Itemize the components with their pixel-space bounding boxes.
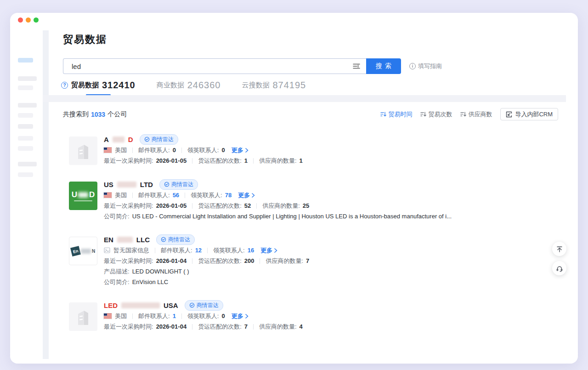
redacted-logo-text — [81, 249, 91, 254]
info-icon: i — [409, 63, 416, 69]
linkedin-contacts-count[interactable]: 16 — [248, 247, 254, 254]
close-window-button[interactable] — [18, 17, 23, 23]
search-input[interactable] — [63, 58, 366, 74]
more-link[interactable]: 更多 — [232, 312, 249, 320]
main-content: 贸易数据 搜索 i 填写指南 ? 贸易数据 31241 — [49, 13, 566, 364]
redacted-logo-text — [78, 192, 88, 198]
linkedin-contacts-count: 0 — [221, 147, 225, 154]
radar-icon — [161, 237, 166, 242]
supplier-count-label: 供应商的数量: — [259, 323, 297, 331]
sidebar-item[interactable] — [18, 103, 37, 108]
sidebar-item[interactable] — [18, 76, 37, 81]
more-link[interactable]: 更多 — [238, 191, 255, 199]
shipment-matches-value: 1 — [244, 157, 248, 164]
company-name[interactable]: EN — [104, 236, 113, 244]
customer-service-button[interactable] — [552, 261, 566, 275]
chevron-right-icon — [252, 193, 255, 198]
radar-badge[interactable]: 商情雷达 — [140, 134, 178, 145]
company-name[interactable]: A — [104, 136, 109, 143]
sidebar-item-active[interactable] — [18, 58, 33, 63]
back-to-top-button[interactable] — [552, 242, 566, 256]
company-intro-value: EnVision LLC — [132, 279, 169, 285]
tab-count: 874195 — [273, 80, 306, 91]
email-contacts-count[interactable]: 56 — [173, 192, 179, 199]
tab-cloud-search-data[interactable]: 云搜数据 874195 — [242, 80, 306, 93]
tab-count: 312410 — [102, 80, 136, 91]
last-purchase-label: 最近一次采购时间: — [104, 323, 153, 331]
logo-letter: U — [72, 190, 77, 199]
chevron-right-icon — [245, 314, 249, 319]
sort-supplier-count[interactable]: 供应商数 — [460, 110, 492, 119]
company-logo: En N — [69, 237, 97, 265]
linkedin-contacts-label: 领英联系人: — [187, 312, 219, 320]
data-tabs: ? 贸易数据 312410 商业数据 246360 云搜数据 874195 — [61, 80, 306, 93]
shipment-matches-label: 货运匹配的次数: — [198, 323, 242, 331]
headset-icon — [556, 265, 563, 272]
filter-icon[interactable] — [353, 63, 360, 69]
last-purchase-value: 2026-01-04 — [156, 323, 187, 330]
more-label: 更多 — [232, 146, 243, 154]
sort-trade-count[interactable]: 贸易次数 — [420, 110, 452, 119]
company-name[interactable]: LTD — [140, 181, 153, 188]
minimize-window-button[interactable] — [26, 17, 31, 23]
radar-badge-label: 商情雷达 — [152, 136, 174, 143]
summary-suffix: 个公司 — [107, 110, 127, 119]
company-row[interactable]: En N EN LLC 商 — [69, 235, 558, 286]
linkedin-contacts-count[interactable]: 78 — [225, 192, 232, 199]
company-row[interactable]: U D US LTD — [69, 180, 558, 220]
last-purchase-value: 2026-01-05 — [156, 157, 187, 164]
sidebar-item[interactable] — [18, 172, 33, 177]
company-name-highlight[interactable]: LED — [104, 302, 118, 309]
tab-trade-data[interactable]: ? 贸易数据 312410 — [61, 80, 136, 93]
company-row[interactable]: A D 商情雷达 美国 — [69, 135, 558, 165]
radar-badge[interactable]: 商情雷达 — [156, 234, 195, 245]
supplier-count-value: 1 — [300, 157, 303, 164]
sort-icon — [420, 111, 426, 117]
question-icon[interactable]: ? — [61, 82, 68, 89]
company-logo-placeholder — [69, 302, 97, 331]
search-button[interactable]: 搜索 — [366, 58, 401, 74]
tab-business-data[interactable]: 商业数据 246360 — [157, 80, 221, 93]
email-contacts-label: 邮件联系人: — [138, 191, 170, 199]
maximize-window-button[interactable] — [34, 17, 39, 23]
country-label: 美国 — [115, 312, 127, 320]
sidebar-item[interactable] — [18, 124, 33, 129]
company-row[interactable]: LED USA 商情雷达 美国 — [69, 301, 558, 331]
company-name-highlight[interactable]: D — [128, 136, 133, 143]
company-list: A D 商情雷达 美国 — [49, 120, 566, 331]
product-desc-label: 产品描述: — [104, 268, 130, 276]
fill-guide-link[interactable]: i 填写指南 — [409, 62, 442, 70]
radar-badge[interactable]: 商情雷达 — [159, 179, 198, 190]
email-contacts-label: 邮件联系人: — [138, 146, 170, 154]
fill-guide-label: 填写指南 — [418, 62, 442, 70]
linkedin-contacts-label: 领英联系人: — [191, 191, 222, 199]
email-contacts-count[interactable]: 1 — [173, 313, 176, 319]
more-link[interactable]: 更多 — [232, 146, 249, 154]
company-name[interactable]: LLC — [136, 236, 150, 244]
radar-icon — [144, 137, 150, 142]
shipment-matches-label: 货运匹配的次数: — [198, 202, 242, 210]
company-intro-label: 公司简介: — [104, 212, 130, 221]
sidebar-item[interactable] — [18, 146, 33, 151]
company-detail: LED USA 商情雷达 美国 — [104, 301, 303, 331]
radar-badge[interactable]: 商情雷达 — [185, 300, 223, 311]
email-contacts-count: 0 — [173, 147, 176, 154]
redacted-text — [121, 302, 160, 308]
email-contacts-count[interactable]: 12 — [195, 247, 202, 254]
sidebar-item[interactable] — [18, 113, 33, 118]
tab-label: 云搜数据 — [242, 81, 270, 90]
last-purchase-label: 最近一次采购时间: — [104, 202, 153, 210]
no-country-icon — [104, 247, 110, 253]
more-link[interactable]: 更多 — [260, 246, 277, 255]
company-name[interactable]: US — [104, 181, 113, 188]
email-contacts-label: 邮件联系人: — [138, 312, 170, 320]
supplier-count-label: 供应商的数量: — [259, 157, 297, 165]
sidebar-item[interactable] — [18, 136, 33, 141]
sort-label: 贸易次数 — [428, 110, 452, 119]
sort-trade-time[interactable]: 贸易时间 — [380, 110, 412, 119]
company-name[interactable]: USA — [164, 302, 178, 309]
import-crm-button[interactable]: 导入内部CRM — [500, 108, 558, 120]
sidebar-item[interactable] — [18, 162, 37, 166]
logo-tagline — [74, 200, 92, 201]
sidebar-item[interactable] — [18, 85, 33, 90]
